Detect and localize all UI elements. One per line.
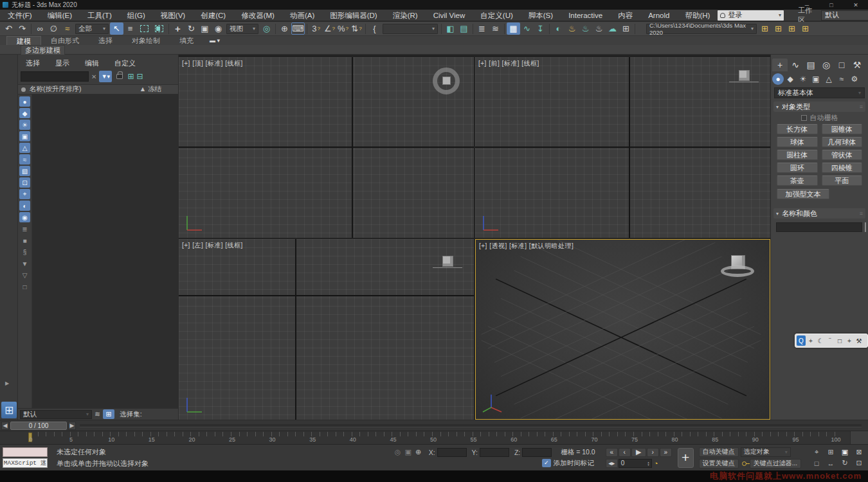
select-and-rotate-icon[interactable]: ↻ bbox=[185, 22, 198, 35]
curve-editor-icon[interactable]: ∿ bbox=[520, 22, 534, 35]
filter-materials-icon[interactable]: ◐ bbox=[19, 201, 30, 211]
maxscript-input-box[interactable]: MAXScript 迷 bbox=[3, 458, 48, 468]
align-icon[interactable]: ▤ bbox=[457, 22, 471, 35]
primitive-button-圆柱体[interactable]: 圆柱体 bbox=[777, 150, 818, 160]
filter-box-icon[interactable]: ■ bbox=[19, 235, 30, 245]
floating-move-icon[interactable]: + bbox=[806, 335, 815, 346]
play-button[interactable]: ▶ bbox=[631, 448, 646, 457]
ribbon-tab-对象绘制[interactable]: 对象绘制 bbox=[122, 36, 170, 45]
workspace-tool-icon-4[interactable]: ⊞ bbox=[799, 22, 812, 35]
previous-frame-button[interactable]: ‹ bbox=[619, 448, 631, 457]
menu-修改器(M)[interactable]: 修改器(M) bbox=[233, 10, 282, 21]
text-plus-button[interactable]: 加强型文本 bbox=[777, 189, 829, 199]
filter-funnel-icon[interactable]: ▽ bbox=[19, 270, 30, 280]
menu-Interactive[interactable]: Interactive bbox=[561, 10, 610, 21]
object-type-rollout[interactable]: ▾ 对象类型 ≡ bbox=[773, 102, 865, 112]
select-and-link-icon[interactable]: ∞ bbox=[33, 22, 47, 35]
ribbon-tab-选择[interactable]: 选择 bbox=[89, 36, 122, 45]
zoom-region-icon[interactable]: □ bbox=[810, 458, 823, 468]
time-slider-track[interactable] bbox=[80, 424, 862, 427]
select-and-place-icon[interactable]: ◉ bbox=[212, 22, 225, 35]
viewport-left[interactable]: [+] [左] [标准] [线框] bbox=[179, 239, 474, 420]
tab-create[interactable]: + bbox=[772, 58, 788, 71]
tab-hierarchy[interactable]: ▤ bbox=[803, 58, 818, 71]
maxscript-output-box[interactable] bbox=[3, 447, 48, 457]
spinner-snap-icon[interactable]: ⇅? bbox=[350, 22, 363, 35]
floating-wrench-icon[interactable]: ⚒ bbox=[854, 335, 863, 346]
filter-bones-icon[interactable]: ⌖ bbox=[19, 189, 30, 199]
orbit-icon[interactable]: ↻ bbox=[838, 458, 851, 468]
filter-space-warps-icon[interactable]: ≈ bbox=[19, 154, 30, 165]
workspace-dropdown[interactable]: 默认 ▾ bbox=[821, 10, 868, 21]
primitive-button-长方体[interactable]: 长方体 bbox=[777, 124, 818, 134]
category-shapes[interactable]: ◆ bbox=[784, 73, 797, 85]
primitive-button-球体[interactable]: 球体 bbox=[777, 137, 818, 147]
object-category-dropdown[interactable]: 标准基本体 ▾ bbox=[774, 87, 865, 98]
go-to-start-button[interactable]: « bbox=[606, 448, 618, 457]
menu-脚本(S)[interactable]: 脚本(S) bbox=[521, 10, 561, 21]
object-color-swatch[interactable] bbox=[865, 222, 866, 232]
y-coordinate-field[interactable] bbox=[480, 448, 509, 457]
explorer-menu-显示[interactable]: 显示 bbox=[55, 58, 69, 68]
primitive-button-平面[interactable]: 平面 bbox=[822, 175, 863, 186]
workspace-tool-icon-2[interactable]: ⊞ bbox=[772, 22, 785, 35]
workspace-tool-icon-1[interactable]: ⊞ bbox=[758, 22, 772, 35]
tab-motion[interactable]: ◎ bbox=[818, 58, 834, 71]
explorer-menu-编辑[interactable]: 编辑 bbox=[85, 58, 99, 68]
viewcube[interactable] bbox=[442, 76, 451, 85]
tab-polygon-modeling[interactable]: 多边形建模 bbox=[21, 45, 65, 55]
auto-key-button[interactable]: 自动关键点 bbox=[699, 447, 739, 457]
key-filters-button[interactable]: 关键点过滤器... bbox=[750, 459, 801, 469]
filter-visibility-icon[interactable]: ◉ bbox=[19, 212, 30, 222]
floating-dots-icon[interactable]: ¨ bbox=[826, 335, 835, 346]
mirror-icon[interactable]: ◧ bbox=[444, 22, 457, 35]
floating-add-icon[interactable]: + bbox=[845, 335, 854, 346]
undo-icon[interactable]: ↶ bbox=[2, 22, 15, 35]
ribbon-config-icon[interactable]: ▬ ▾ bbox=[210, 36, 220, 45]
filter-container-icon[interactable]: □ bbox=[19, 281, 30, 292]
filter-groups-icon[interactable]: ▧ bbox=[19, 166, 30, 176]
time-slider-next-button[interactable]: ▶ bbox=[68, 422, 76, 430]
tab-utilities[interactable]: ⚒ bbox=[849, 58, 865, 71]
layers-icon[interactable]: ≋ bbox=[95, 410, 100, 418]
viewport-front[interactable]: [+] [前] [标准] [线框] bbox=[475, 57, 770, 238]
menu-图形编辑器(D)[interactable]: 图形编辑器(D) bbox=[322, 10, 384, 21]
zoom-all-icon[interactable]: ⊞ bbox=[824, 447, 837, 457]
select-object-icon[interactable]: ↖ bbox=[110, 22, 123, 35]
lock-icon[interactable] bbox=[116, 74, 123, 79]
viewport-layout-tabs-button[interactable]: ⊞ bbox=[1, 402, 17, 418]
filter-list-icon[interactable]: ≣ bbox=[19, 224, 30, 234]
unlink-selection-icon[interactable]: ∅ bbox=[47, 22, 60, 35]
primitive-button-圆锥体[interactable]: 圆锥体 bbox=[822, 124, 863, 134]
primitive-button-茶壶[interactable]: 茶壶 bbox=[777, 175, 818, 186]
named-selection-sets-dropdown[interactable]: ▾ bbox=[383, 24, 438, 34]
floating-frame-icon[interactable]: □ bbox=[835, 335, 844, 346]
z-coordinate-field[interactable] bbox=[522, 448, 552, 457]
project-folder-dropdown[interactable]: C:\Users\1234\Documents\3ds Max 2020▾ bbox=[646, 24, 757, 34]
schematic-view-icon[interactable]: ↧ bbox=[534, 22, 547, 35]
window-crossing-toggle-icon[interactable] bbox=[155, 25, 163, 32]
autogrid-checkbox[interactable] bbox=[801, 115, 807, 121]
select-and-scale-icon[interactable]: ▣ bbox=[198, 22, 212, 35]
add-time-tag[interactable]: ✓ 添加时间标记 bbox=[542, 459, 594, 468]
selection-filter-dropdown[interactable]: 全部▾ bbox=[75, 24, 109, 34]
layout-preset-dropdown[interactable]: 默认 ▾ bbox=[20, 410, 92, 419]
filter-geometry-icon[interactable]: ● bbox=[19, 96, 30, 107]
spinner-icon[interactable]: ▴▾ bbox=[647, 461, 649, 466]
use-pivot-point-center-icon[interactable]: ◎ bbox=[260, 22, 273, 35]
menu-自定义(U)[interactable]: 自定义(U) bbox=[473, 10, 520, 21]
time-slider-handle[interactable]: 0 / 100 bbox=[10, 422, 67, 430]
primitive-button-圆环[interactable]: 圆环 bbox=[777, 163, 818, 173]
category-cameras[interactable]: ▣ bbox=[809, 73, 822, 85]
key-mode-toggle-icon[interactable]: ◂▸ bbox=[606, 459, 618, 468]
keyboard-shortcut-override-icon[interactable]: ⌨ bbox=[291, 22, 305, 35]
floating-select-icon[interactable]: Q bbox=[797, 335, 806, 346]
percent-snap-icon[interactable]: %? bbox=[336, 22, 350, 35]
category-space-warps[interactable]: ≈ bbox=[835, 73, 848, 85]
menu-视图(V)[interactable]: 视图(V) bbox=[153, 10, 193, 21]
rendered-frame-window-icon[interactable]: ♨ bbox=[579, 22, 592, 35]
filter-helpers-icon[interactable]: △ bbox=[19, 143, 30, 153]
viewport-perspective[interactable]: [+] [透视] [标准] [默认明暗处理] bbox=[475, 239, 770, 420]
menu-组(G)[interactable]: 组(G) bbox=[120, 10, 153, 21]
workspace-tool-icon-3[interactable]: ⊞ bbox=[785, 22, 799, 35]
